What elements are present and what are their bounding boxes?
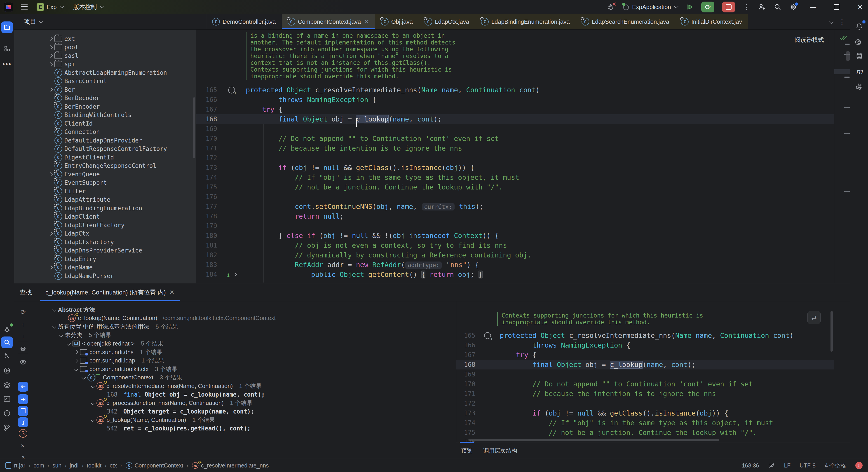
code-line-171[interactable]: 171 // because the intention is to ignor… — [456, 389, 834, 399]
editor-scrollbar-thumb[interactable] — [846, 51, 850, 61]
close-icon[interactable]: ✕ — [169, 289, 175, 296]
chevron-icon[interactable] — [49, 231, 53, 235]
code-line-174[interactable]: 174 // If "obj" is in the same type as t… — [196, 172, 834, 182]
sidebar-item-problems[interactable] — [1, 407, 13, 419]
editor-tab-Obj.java[interactable]: CObj.java — [375, 14, 418, 29]
find-tree-node[interactable]: 所有位置 中的 用法或基方法的用法5 个结果 — [53, 322, 178, 331]
usage-filter-button[interactable]: $ — [19, 429, 27, 438]
sidebar-item-database[interactable] — [853, 50, 865, 62]
code-line-174[interactable]: 174 // If "obj" is in the same type as t… — [456, 418, 834, 428]
debug-disabled-button[interactable]: ✕ — [607, 3, 615, 11]
breadcrumb-item[interactable]: com — [33, 462, 44, 469]
code-line-169[interactable]: 169 — [456, 370, 834, 379]
chevron-icon[interactable] — [49, 37, 53, 41]
breadcrumb-item[interactable]: ctx — [110, 462, 117, 469]
open-in-new-tab-button[interactable]: ❐ — [18, 406, 28, 416]
code-line-168[interactable]: 168 final Object obj = c_lookup(name, co… — [196, 114, 834, 124]
editor-tab-DemoController.java[interactable]: CDemoController.java — [206, 14, 282, 29]
editor-tab-ComponentContext.java[interactable]: CComponentContext.java✕ — [282, 14, 375, 29]
hidden-tabs-chevron-icon[interactable] — [829, 20, 833, 24]
settings-button[interactable] — [789, 3, 798, 11]
previous-occurrence-button[interactable]: ↑ — [18, 320, 28, 330]
next-occurrence-button[interactable]: ↓ — [18, 332, 28, 342]
code-line-173[interactable]: 173 if (obj != null && getClass().isInst… — [196, 163, 834, 172]
project-tree-item-sasl[interactable]: sasl — [14, 52, 196, 60]
editor-tab-LdapBindingEnumeration.java[interactable]: CLdapBindingEnumeration.java — [475, 14, 576, 29]
editor-tab-InitialDirContext.jav[interactable]: CInitialDirContext.jav — [675, 14, 748, 29]
project-widget[interactable]: E Exp — [37, 3, 63, 11]
project-tree-item-LdapEntry[interactable]: CLdapEntry — [14, 255, 196, 263]
project-tree-item-LdapName[interactable]: CLdapName — [14, 263, 196, 272]
project-tree-item-Ber[interactable]: CBer — [14, 85, 196, 94]
project-tree-item-LdapDnsProviderService[interactable]: CLdapDnsProviderService — [14, 246, 196, 255]
code-with-me-button[interactable] — [758, 3, 766, 11]
chevron-icon[interactable] — [49, 87, 53, 91]
code-line-172[interactable]: 172 — [196, 153, 834, 163]
chevron-icon[interactable] — [52, 308, 56, 312]
more-actions-button[interactable]: ⋮ — [743, 3, 750, 11]
preview-footer-tab-call-hierarchy[interactable]: 调用层次结构 — [483, 446, 518, 456]
code-line-165[interactable]: 165protected Object c_resolveIntermediat… — [196, 85, 834, 95]
sidebar-item-find[interactable] — [1, 337, 13, 348]
indent-setting[interactable]: 4 个空格 — [825, 462, 846, 469]
main-menu-button[interactable] — [21, 4, 28, 10]
find-tree-node[interactable]: com.sun.jndi.ldap1 个结果 — [75, 356, 164, 365]
code-line-175[interactable]: 175 // not be a junction. Continue the l… — [456, 428, 834, 437]
close-button[interactable]: ✕ — [852, 0, 868, 14]
project-tree-item-LdapCtxFactory[interactable]: CLdapCtxFactory — [14, 238, 196, 246]
breadcrumb-item[interactable]: toolkit — [87, 462, 101, 469]
code-line-177[interactable]: 177 cont.setContinueNNS(obj, name, currC… — [196, 202, 834, 211]
refresh-button[interactable]: ⟳ — [18, 307, 28, 317]
search-everywhere-button[interactable] — [774, 3, 782, 11]
find-tree-node[interactable]: mc_resolveIntermediate_nns(Name, Continu… — [91, 382, 261, 390]
chevron-icon[interactable] — [91, 384, 95, 388]
separate-value-icon[interactable]: ↥ — [226, 271, 230, 278]
chevron-icon[interactable] — [67, 342, 71, 346]
tab-options-kebab-icon[interactable]: ⋮ — [839, 18, 845, 26]
resume-button[interactable] — [685, 3, 693, 11]
project-tree-item-DefaultResponseControlFactory[interactable]: CDefaultResponseControlFactory — [14, 145, 196, 153]
minimize-button[interactable]: — — [805, 0, 821, 14]
code-line-172[interactable]: 172 — [456, 399, 834, 408]
code-line-167[interactable]: 167 try { — [196, 104, 834, 114]
editor-tab-LdapSearchEnumeration.java[interactable]: CLdapSearchEnumeration.java — [576, 14, 675, 29]
code-line-179[interactable]: 179 — [196, 221, 834, 231]
no-wrap-icon[interactable] — [768, 462, 775, 469]
open-in-right-editor-button[interactable]: ⇥ — [18, 394, 28, 404]
code-line-184[interactable]: 184↥ public Object getContent() { return… — [196, 270, 834, 279]
sidebar-item-layers[interactable] — [1, 379, 13, 391]
sidebar-item-more[interactable]: ••• — [1, 58, 13, 70]
code-line-165[interactable]: 165protected Object c_resolveIntermediat… — [456, 331, 834, 340]
editor-tab-LdapCtx.java[interactable]: CLdapCtx.java — [418, 14, 475, 29]
code-line-178[interactable]: 178 return null; — [196, 211, 834, 221]
project-tree-item-LdapClient[interactable]: CLdapClient — [14, 213, 196, 221]
chevron-icon[interactable] — [74, 350, 78, 354]
project-tree-item-spi[interactable]: spi — [14, 60, 196, 68]
sidebar-item-build[interactable] — [1, 350, 13, 362]
find-tree-node[interactable]: mc_processJunction_nns(Name, Continuatio… — [91, 399, 253, 407]
line-ending[interactable]: LF — [784, 462, 790, 469]
sidebar-item-ai-assistant[interactable] — [853, 35, 865, 47]
find-tree-node[interactable]: 未分类5 个结果 — [60, 331, 112, 340]
code-line-183[interactable]: 183 RefAddr addr = new RefAddr(addrType:… — [196, 260, 834, 270]
project-tree-item-Connection[interactable]: CConnection — [14, 128, 196, 136]
project-tree-item-EntryChangeResponseControl[interactable]: CEntryChangeResponseControl — [14, 162, 196, 170]
sidebar-item-python-packages[interactable] — [853, 81, 865, 93]
editor-scrollbar-stripe[interactable] — [834, 30, 850, 283]
find-result-line[interactable]: 168final Object obj = c_lookup(name, con… — [107, 390, 265, 399]
vcs-widget[interactable]: 版本控制 — [73, 3, 104, 11]
chevron-icon[interactable] — [74, 358, 78, 363]
chevron-icon[interactable] — [49, 172, 53, 176]
code-line-182[interactable]: 182 // dynamically by constructing a Ref… — [196, 250, 834, 260]
maximize-button[interactable] — [829, 0, 844, 14]
run-configuration-selector[interactable]: ExpApplication — [622, 3, 678, 11]
sidebar-item-terminal[interactable] — [1, 393, 13, 405]
override-marker-icon[interactable] — [228, 87, 235, 94]
notification-error-badge[interactable]: ! — [855, 462, 863, 469]
sidebar-item-maven[interactable]: m — [853, 65, 865, 77]
find-result-line[interactable]: 342Object target = c_lookup(name, cont); — [107, 407, 254, 416]
project-tree-item-BindingWithControls[interactable]: CBindingWithControls — [14, 111, 196, 119]
chevron-icon[interactable] — [91, 401, 95, 405]
preview-vscrollbar[interactable] — [831, 311, 833, 352]
sidebar-item-project[interactable] — [1, 22, 13, 33]
